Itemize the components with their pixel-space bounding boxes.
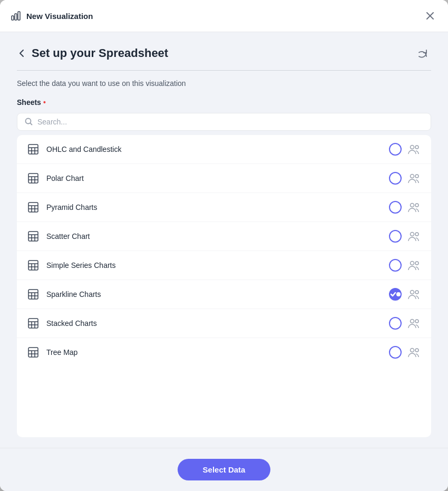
page-title: Set up your Spreadsheet: [32, 46, 168, 60]
page-subtitle: Select the data you want to use on this …: [0, 71, 448, 88]
svg-point-61: [411, 349, 414, 352]
modal-container: New Visualization Set up your Spreadshee…: [0, 0, 448, 491]
radio-button[interactable]: [389, 259, 402, 272]
svg-rect-42: [28, 290, 38, 299]
refresh-button[interactable]: [414, 45, 431, 62]
people-icon[interactable]: [407, 142, 421, 156]
item-actions: [389, 287, 421, 301]
list-item: Tree Map: [17, 338, 431, 367]
item-name: Polar Chart: [46, 174, 382, 182]
modal-body: Set up your Spreadsheet Select the data …: [0, 32, 448, 448]
list-item: Pyramid Charts: [17, 193, 431, 222]
people-icon[interactable]: [407, 345, 421, 359]
svg-point-26: [411, 204, 414, 207]
item-name: Stacked Charts: [46, 319, 382, 328]
item-name: Scatter Chart: [46, 232, 382, 240]
svg-rect-2: [18, 12, 20, 20]
required-indicator: •: [43, 98, 46, 107]
people-icon[interactable]: [407, 258, 421, 272]
people-icon[interactable]: [407, 200, 421, 214]
radio-button[interactable]: [389, 201, 402, 214]
item-name: Tree Map: [46, 348, 382, 357]
table-icon: [27, 143, 39, 155]
radio-button[interactable]: [389, 317, 402, 330]
svg-point-12: [411, 146, 414, 149]
item-name: Pyramid Charts: [46, 203, 382, 211]
list-item: OHLC and Candlestick: [17, 135, 431, 164]
svg-point-41: [415, 262, 418, 265]
modal-title: New Visualization: [26, 12, 93, 21]
svg-point-33: [411, 233, 414, 236]
item-actions: [389, 345, 421, 359]
search-icon: [25, 118, 33, 126]
select-data-button[interactable]: Select Data: [178, 459, 271, 480]
item-actions: [389, 258, 421, 272]
svg-point-19: [411, 175, 414, 178]
list-item: Sparkline Charts: [17, 280, 431, 309]
sheets-list: OHLC and Candlestick Polar Chart: [17, 135, 431, 437]
page-header-row: Set up your Spreadsheet: [17, 45, 431, 62]
table-icon: [27, 259, 39, 271]
item-name: Sparkline Charts: [46, 290, 382, 299]
table-icon: [27, 288, 39, 300]
content-area: Sheets• OHLC and Candlestick: [0, 88, 448, 448]
radio-button[interactable]: [389, 346, 402, 359]
search-box: [17, 113, 431, 131]
people-icon[interactable]: [407, 287, 421, 301]
svg-point-5: [26, 119, 31, 124]
svg-point-55: [415, 320, 418, 323]
table-icon: [27, 317, 39, 329]
modal-header-left: New Visualization: [11, 11, 93, 21]
svg-point-62: [415, 349, 418, 352]
people-icon[interactable]: [407, 316, 421, 330]
search-input[interactable]: [37, 118, 423, 126]
item-name: OHLC and Candlestick: [46, 145, 382, 153]
svg-point-48: [415, 291, 418, 294]
svg-rect-28: [28, 232, 38, 241]
svg-rect-49: [28, 319, 38, 328]
svg-point-40: [411, 262, 414, 265]
table-icon: [27, 172, 39, 184]
svg-point-27: [415, 204, 418, 207]
list-item: Simple Series Charts: [17, 251, 431, 280]
item-actions: [389, 316, 421, 330]
svg-rect-14: [28, 174, 38, 183]
svg-rect-56: [28, 348, 38, 357]
radio-button[interactable]: [389, 230, 402, 243]
modal-header: New Visualization: [0, 0, 448, 32]
svg-point-20: [415, 175, 418, 178]
item-name: Simple Series Charts: [46, 261, 382, 269]
radio-button[interactable]: [389, 288, 402, 301]
svg-point-54: [411, 320, 414, 323]
svg-point-34: [415, 233, 418, 236]
table-icon: [27, 230, 39, 242]
table-icon: [27, 201, 39, 213]
svg-rect-0: [12, 16, 14, 20]
svg-point-13: [415, 146, 418, 149]
people-icon[interactable]: [407, 229, 421, 243]
table-icon: [27, 346, 39, 358]
svg-line-6: [31, 123, 33, 126]
back-button[interactable]: Set up your Spreadsheet: [17, 46, 168, 60]
radio-button[interactable]: [389, 172, 402, 185]
item-actions: [389, 171, 421, 185]
item-actions: [389, 200, 421, 214]
bar-chart-icon: [11, 11, 21, 21]
radio-button[interactable]: [389, 143, 402, 156]
list-item: Stacked Charts: [17, 309, 431, 338]
list-item: Polar Chart: [17, 164, 431, 193]
people-icon[interactable]: [407, 171, 421, 185]
item-actions: [389, 229, 421, 243]
list-item: Scatter Chart: [17, 222, 431, 251]
sheets-label: Sheets•: [17, 98, 431, 107]
svg-point-47: [411, 291, 414, 294]
svg-rect-7: [28, 145, 38, 154]
svg-rect-35: [28, 261, 38, 270]
close-button[interactable]: [423, 8, 437, 23]
page-header: Set up your Spreadsheet: [0, 32, 448, 71]
modal-footer: Select Data: [0, 448, 448, 491]
item-actions: [389, 142, 421, 156]
svg-rect-21: [28, 203, 38, 212]
svg-rect-1: [15, 14, 17, 20]
